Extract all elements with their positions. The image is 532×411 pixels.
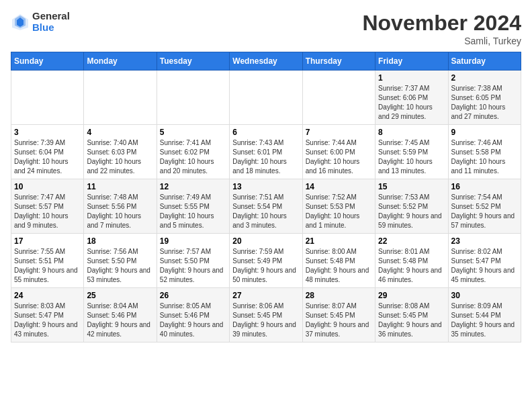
- calendar-day-cell: 24Sunrise: 8:03 AM Sunset: 5:47 PM Dayli…: [11, 288, 84, 342]
- day-number: 25: [87, 291, 153, 300]
- calendar-day-cell: 3Sunrise: 7:39 AM Sunset: 6:04 PM Daylig…: [11, 125, 84, 179]
- day-number: 1: [378, 73, 445, 83]
- day-number: 10: [14, 182, 81, 191]
- calendar-day-cell: 28Sunrise: 8:07 AM Sunset: 5:45 PM Dayli…: [302, 288, 375, 342]
- calendar-week-row: 1Sunrise: 7:37 AM Sunset: 6:06 PM Daylig…: [11, 71, 521, 125]
- day-number: 22: [378, 236, 445, 246]
- day-number: 4: [87, 128, 153, 137]
- day-info: Sunrise: 8:05 AM Sunset: 5:46 PM Dayligh…: [160, 302, 226, 339]
- day-number: 19: [160, 236, 226, 246]
- calendar-day-cell: 8Sunrise: 7:45 AM Sunset: 5:59 PM Daylig…: [375, 125, 448, 179]
- day-number: 20: [232, 236, 299, 246]
- day-number: 18: [87, 236, 153, 246]
- logo-general: General: [32, 11, 70, 22]
- day-number: 17: [14, 236, 81, 246]
- day-info: Sunrise: 7:37 AM Sunset: 6:06 PM Dayligh…: [378, 84, 445, 122]
- day-number: 21: [306, 236, 372, 246]
- calendar-day-cell: 22Sunrise: 8:01 AM Sunset: 5:48 PM Dayli…: [375, 234, 448, 288]
- day-info: Sunrise: 7:59 AM Sunset: 5:49 PM Dayligh…: [232, 247, 299, 285]
- calendar-day-cell: 12Sunrise: 7:49 AM Sunset: 5:55 PM Dayli…: [157, 179, 229, 234]
- weekday-header: Monday: [84, 52, 157, 71]
- calendar-day-cell: 7Sunrise: 7:44 AM Sunset: 6:00 PM Daylig…: [302, 125, 375, 179]
- calendar-day-cell: 20Sunrise: 7:59 AM Sunset: 5:49 PM Dayli…: [230, 234, 302, 288]
- day-info: Sunrise: 7:47 AM Sunset: 5:57 PM Dayligh…: [14, 193, 81, 230]
- calendar-day-cell: 4Sunrise: 7:40 AM Sunset: 6:03 PM Daylig…: [84, 125, 157, 179]
- calendar-day-cell: 5Sunrise: 7:41 AM Sunset: 6:02 PM Daylig…: [157, 125, 229, 179]
- logo: General Blue: [11, 11, 70, 33]
- weekday-header: Saturday: [448, 52, 521, 71]
- day-number: 24: [14, 291, 81, 300]
- day-number: 27: [232, 291, 299, 300]
- calendar-day-cell: [230, 71, 302, 125]
- day-info: Sunrise: 7:53 AM Sunset: 5:52 PM Dayligh…: [378, 193, 445, 230]
- calendar-day-cell: 15Sunrise: 7:53 AM Sunset: 5:52 PM Dayli…: [375, 179, 448, 234]
- page-header: General Blue November 2024 Samli, Turkey: [11, 11, 521, 46]
- day-info: Sunrise: 7:51 AM Sunset: 5:54 PM Dayligh…: [232, 193, 299, 230]
- weekday-header: Wednesday: [230, 52, 302, 71]
- calendar-week-row: 17Sunrise: 7:55 AM Sunset: 5:51 PM Dayli…: [11, 234, 521, 288]
- calendar-day-cell: 16Sunrise: 7:54 AM Sunset: 5:52 PM Dayli…: [448, 179, 521, 234]
- day-info: Sunrise: 7:41 AM Sunset: 6:02 PM Dayligh…: [160, 138, 226, 176]
- calendar-day-cell: 9Sunrise: 7:46 AM Sunset: 5:58 PM Daylig…: [448, 125, 521, 179]
- day-info: Sunrise: 7:44 AM Sunset: 6:00 PM Dayligh…: [306, 138, 372, 176]
- day-number: 6: [232, 128, 299, 137]
- weekday-header: Tuesday: [157, 52, 229, 71]
- day-info: Sunrise: 7:54 AM Sunset: 5:52 PM Dayligh…: [451, 193, 518, 230]
- day-info: Sunrise: 8:09 AM Sunset: 5:44 PM Dayligh…: [451, 302, 518, 339]
- day-number: 12: [160, 182, 226, 191]
- logo-icon: [11, 13, 30, 32]
- day-number: 9: [451, 128, 518, 137]
- month-title: November 2024: [362, 11, 521, 36]
- day-info: Sunrise: 7:40 AM Sunset: 6:03 PM Dayligh…: [87, 138, 153, 176]
- calendar-day-cell: [11, 71, 84, 125]
- calendar-day-cell: 18Sunrise: 7:56 AM Sunset: 5:50 PM Dayli…: [84, 234, 157, 288]
- day-info: Sunrise: 8:06 AM Sunset: 5:45 PM Dayligh…: [232, 302, 299, 339]
- calendar-day-cell: 23Sunrise: 8:02 AM Sunset: 5:47 PM Dayli…: [448, 234, 521, 288]
- calendar-day-cell: [157, 71, 229, 125]
- day-number: 26: [160, 291, 226, 300]
- weekday-header-row: SundayMondayTuesdayWednesdayThursdayFrid…: [11, 52, 521, 71]
- day-info: Sunrise: 7:57 AM Sunset: 5:50 PM Dayligh…: [160, 247, 226, 285]
- calendar-day-cell: [84, 71, 157, 125]
- calendar-day-cell: 30Sunrise: 8:09 AM Sunset: 5:44 PM Dayli…: [448, 288, 521, 342]
- day-number: 23: [451, 236, 518, 246]
- calendar-day-cell: 13Sunrise: 7:51 AM Sunset: 5:54 PM Dayli…: [230, 179, 302, 234]
- calendar-week-row: 24Sunrise: 8:03 AM Sunset: 5:47 PM Dayli…: [11, 288, 521, 342]
- calendar-day-cell: 21Sunrise: 8:00 AM Sunset: 5:48 PM Dayli…: [302, 234, 375, 288]
- calendar-day-cell: 25Sunrise: 8:04 AM Sunset: 5:46 PM Dayli…: [84, 288, 157, 342]
- day-number: 29: [378, 291, 445, 300]
- calendar-day-cell: 11Sunrise: 7:48 AM Sunset: 5:56 PM Dayli…: [84, 179, 157, 234]
- calendar-day-cell: 6Sunrise: 7:43 AM Sunset: 6:01 PM Daylig…: [230, 125, 302, 179]
- calendar-table: SundayMondayTuesdayWednesdayThursdayFrid…: [11, 52, 521, 342]
- day-info: Sunrise: 7:49 AM Sunset: 5:55 PM Dayligh…: [160, 193, 226, 230]
- location: Samli, Turkey: [362, 36, 521, 46]
- day-number: 5: [160, 128, 226, 137]
- day-number: 7: [306, 128, 372, 137]
- day-number: 13: [232, 182, 299, 191]
- weekday-header: Thursday: [302, 52, 375, 71]
- day-info: Sunrise: 8:02 AM Sunset: 5:47 PM Dayligh…: [451, 247, 518, 285]
- day-info: Sunrise: 8:01 AM Sunset: 5:48 PM Dayligh…: [378, 247, 445, 285]
- day-info: Sunrise: 8:03 AM Sunset: 5:47 PM Dayligh…: [14, 302, 81, 339]
- day-number: 16: [451, 182, 518, 191]
- day-info: Sunrise: 7:38 AM Sunset: 6:05 PM Dayligh…: [451, 84, 518, 122]
- calendar-day-cell: 27Sunrise: 8:06 AM Sunset: 5:45 PM Dayli…: [230, 288, 302, 342]
- calendar-day-cell: 14Sunrise: 7:52 AM Sunset: 5:53 PM Dayli…: [302, 179, 375, 234]
- calendar-day-cell: 19Sunrise: 7:57 AM Sunset: 5:50 PM Dayli…: [157, 234, 229, 288]
- day-info: Sunrise: 7:43 AM Sunset: 6:01 PM Dayligh…: [232, 138, 299, 176]
- title-block: November 2024 Samli, Turkey: [362, 11, 521, 46]
- day-number: 3: [14, 128, 81, 137]
- logo-text: General Blue: [32, 11, 70, 33]
- logo-blue: Blue: [32, 22, 70, 34]
- day-info: Sunrise: 7:52 AM Sunset: 5:53 PM Dayligh…: [306, 193, 372, 230]
- calendar-week-row: 3Sunrise: 7:39 AM Sunset: 6:04 PM Daylig…: [11, 125, 521, 179]
- calendar-day-cell: [302, 71, 375, 125]
- day-number: 28: [306, 291, 372, 300]
- day-number: 11: [87, 182, 153, 191]
- day-info: Sunrise: 7:56 AM Sunset: 5:50 PM Dayligh…: [87, 247, 153, 285]
- calendar-day-cell: 1Sunrise: 7:37 AM Sunset: 6:06 PM Daylig…: [375, 71, 448, 125]
- day-info: Sunrise: 8:00 AM Sunset: 5:48 PM Dayligh…: [306, 247, 372, 285]
- day-number: 30: [451, 291, 518, 300]
- calendar-day-cell: 26Sunrise: 8:05 AM Sunset: 5:46 PM Dayli…: [157, 288, 229, 342]
- day-info: Sunrise: 7:39 AM Sunset: 6:04 PM Dayligh…: [14, 138, 81, 176]
